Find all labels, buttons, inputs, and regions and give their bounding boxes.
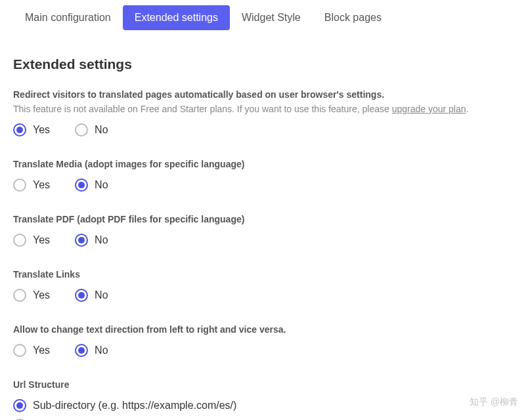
radio-icon xyxy=(75,123,88,136)
field-redirect-note: This feature is not available on Free an… xyxy=(13,104,517,114)
radio-icon xyxy=(75,234,88,247)
note-suffix: . xyxy=(466,104,469,114)
radio-icon xyxy=(13,178,26,192)
media-no-radio[interactable]: No xyxy=(75,178,108,192)
radio-label: Sub-directory (e.g. https://example.com/… xyxy=(33,400,236,411)
section-title: Extended settings xyxy=(13,56,517,72)
radio-label: Yes xyxy=(33,345,50,356)
tab-bar: Main configuration Extended settings Wid… xyxy=(13,0,517,30)
field-direction-label: Allow to change text direction from left… xyxy=(13,324,517,335)
redirect-yes-radio[interactable]: Yes xyxy=(13,123,50,136)
field-media-label: Translate Media (adopt images for specif… xyxy=(13,159,517,169)
field-redirect: Redirect visitors to translated pages au… xyxy=(13,89,517,136)
radio-icon xyxy=(13,289,26,302)
radio-label: Yes xyxy=(33,124,50,136)
radio-icon xyxy=(75,178,88,192)
field-text-direction: Allow to change text direction from left… xyxy=(13,324,517,357)
radio-label: No xyxy=(95,345,108,356)
links-yes-radio[interactable]: Yes xyxy=(13,289,50,302)
field-redirect-label: Redirect visitors to translated pages au… xyxy=(13,89,517,100)
tab-extended-settings[interactable]: Extended settings xyxy=(123,5,230,30)
tab-block-pages[interactable]: Block pages xyxy=(313,5,393,30)
field-url-label: Url Structure xyxy=(13,379,517,390)
radio-label: No xyxy=(95,179,108,191)
radio-icon xyxy=(75,344,88,357)
radio-icon xyxy=(13,344,26,357)
radio-label: Yes xyxy=(33,234,50,246)
field-translate-pdf: Translate PDF (adopt PDF files for speci… xyxy=(13,214,517,247)
radio-label: No xyxy=(95,289,108,301)
radio-icon xyxy=(75,289,88,302)
radio-label: No xyxy=(95,124,108,136)
radio-label: No xyxy=(95,234,108,246)
url-subdirectory-radio[interactable]: Sub-directory (e.g. https://example.com/… xyxy=(13,399,517,412)
direction-no-radio[interactable]: No xyxy=(75,344,108,357)
redirect-no-radio[interactable]: No xyxy=(75,123,108,136)
direction-yes-radio[interactable]: Yes xyxy=(13,344,50,357)
radio-icon xyxy=(13,399,26,412)
field-url-structure: Url Structure Sub-directory (e.g. https:… xyxy=(13,379,517,420)
tab-widget-style[interactable]: Widget Style xyxy=(230,5,313,30)
field-translate-media: Translate Media (adopt images for specif… xyxy=(13,159,517,192)
radio-label: Yes xyxy=(33,289,50,301)
radio-label: Yes xyxy=(33,179,50,191)
pdf-no-radio[interactable]: No xyxy=(75,234,108,247)
tab-main-configuration[interactable]: Main configuration xyxy=(13,5,123,30)
field-links-label: Translate Links xyxy=(13,269,517,280)
pdf-yes-radio[interactable]: Yes xyxy=(13,234,50,247)
links-no-radio[interactable]: No xyxy=(75,289,108,302)
field-pdf-label: Translate PDF (adopt PDF files for speci… xyxy=(13,214,517,224)
radio-icon xyxy=(13,234,26,247)
radio-icon xyxy=(13,123,26,136)
media-yes-radio[interactable]: Yes xyxy=(13,178,50,192)
upgrade-plan-link[interactable]: upgrade your plan xyxy=(392,104,466,114)
field-translate-links: Translate Links Yes No xyxy=(13,269,517,302)
note-prefix: This feature is not available on Free an… xyxy=(13,104,392,114)
